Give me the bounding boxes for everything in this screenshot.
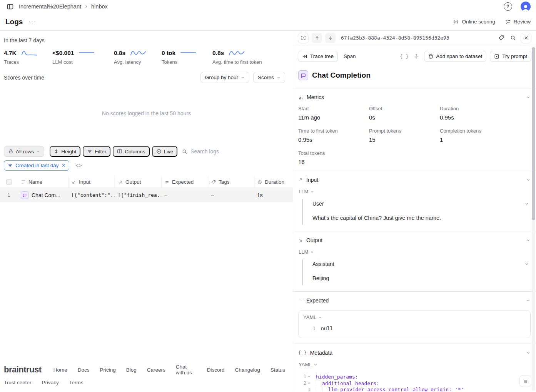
avatar[interactable] xyxy=(521,2,531,12)
arrow-down-right-icon xyxy=(298,238,303,243)
stat-ttft: 0.8s Avg. time to first token xyxy=(212,49,262,65)
sidebar-toggle-icon[interactable] xyxy=(5,2,15,12)
footer-link-trust-center[interactable]: Trust center xyxy=(4,380,32,385)
try-prompt-button[interactable]: Try prompt xyxy=(490,51,531,62)
scores-empty-state: No scores logged in the last 50 hours xyxy=(0,83,293,144)
metrics-section-header[interactable]: Metrics xyxy=(298,92,531,102)
live-button[interactable]: Live xyxy=(152,146,178,157)
chip-close-icon[interactable]: ✕ xyxy=(62,163,66,168)
equals-icon xyxy=(165,180,169,184)
code-menu-button[interactable] xyxy=(519,375,531,387)
columns-button[interactable]: Columns xyxy=(113,146,149,157)
code-line[interactable]: 3 llm_provider-access-control-allow-orig… xyxy=(298,387,531,392)
chevron-down-icon[interactable] xyxy=(526,350,531,355)
input-role-row[interactable]: User xyxy=(312,201,529,207)
chevron-down-icon xyxy=(241,76,245,80)
group-by-dropdown[interactable]: Group by hour xyxy=(200,72,249,83)
resize-handle-icon[interactable] xyxy=(412,52,421,61)
footer-link-docs[interactable]: Docs xyxy=(78,367,90,373)
row-tags-cell[interactable]: – xyxy=(208,192,254,198)
columns-icon xyxy=(117,149,122,154)
output-role-row[interactable]: Assistant xyxy=(312,261,529,267)
tag-icon[interactable] xyxy=(497,33,506,42)
footer-link-changelog[interactable]: Changelog xyxy=(235,367,260,373)
row-expected-cell[interactable]: – xyxy=(161,192,208,198)
metric-start: Start11m ago xyxy=(298,106,369,121)
next-trace-icon[interactable] xyxy=(325,33,336,43)
collapse-chevron-icon xyxy=(307,375,311,378)
panel-scrollbar[interactable] xyxy=(532,46,535,391)
more-icon[interactable]: ··· xyxy=(28,18,37,25)
trace-detail-body: Trace tree Span { } Add span to dataset … xyxy=(293,45,536,392)
arrow-down-left-icon xyxy=(72,180,76,184)
footer-link-privacy[interactable]: Privacy xyxy=(42,380,59,385)
input-section-header[interactable]: Input xyxy=(298,175,531,185)
arrow-up-right-icon xyxy=(118,180,123,184)
metadata-section-header[interactable]: { } Metadata xyxy=(298,348,531,358)
chevron-down-icon[interactable] xyxy=(526,298,531,303)
chat-bubble-icon xyxy=(21,191,28,199)
row-output-cell[interactable]: [{"finish_rea... xyxy=(115,192,161,198)
all-rows-dropdown[interactable]: All rows xyxy=(4,146,44,157)
row-name-cell[interactable]: Chat Com... xyxy=(18,191,68,199)
code-line[interactable]: 1 hidden_params: xyxy=(298,374,531,380)
select-all-checkbox[interactable] xyxy=(6,179,12,185)
filter-chip-created-last-day[interactable]: Created in last day ✕ xyxy=(4,160,69,171)
footer: braintrust Home Docs Pricing Blog Career… xyxy=(4,364,285,385)
row-number: 1 xyxy=(0,193,18,198)
footer-link-chat[interactable]: Chat with us xyxy=(176,364,197,375)
metadata-code-block: 1 hidden_params: 2 additional_headers: 3… xyxy=(298,374,531,392)
braces-icon[interactable]: { } xyxy=(400,53,409,59)
output-section-header[interactable]: Output xyxy=(298,235,531,245)
row-duration-cell[interactable]: 1s xyxy=(254,192,293,198)
chevron-down-icon[interactable] xyxy=(526,95,531,100)
trace-tree-button[interactable]: Trace tree xyxy=(298,51,338,62)
column-header-tags[interactable]: Tags xyxy=(208,176,254,188)
tab-span[interactable]: Span xyxy=(344,53,356,59)
row-input-cell[interactable]: [{"content":"... xyxy=(68,192,115,198)
code-view-icon[interactable]: <> xyxy=(75,163,82,168)
expand-icon[interactable] xyxy=(298,33,309,43)
search-input[interactable] xyxy=(190,148,283,154)
close-icon[interactable] xyxy=(521,33,531,43)
footer-link-home[interactable]: Home xyxy=(53,367,67,373)
code-line[interactable]: 2 additional_headers: xyxy=(298,380,531,387)
help-icon[interactable]: ? xyxy=(504,2,512,11)
metadata-format-dropdown[interactable]: YAML xyxy=(299,362,531,367)
column-header-duration[interactable]: Duration xyxy=(254,176,293,188)
input-format-dropdown[interactable]: LLM xyxy=(299,189,531,194)
add-span-to-dataset-button[interactable]: Add span to dataset xyxy=(424,51,486,62)
lock-icon xyxy=(8,149,13,154)
footer-link-pricing[interactable]: Pricing xyxy=(100,367,115,373)
online-scoring-button[interactable]: Online scoring xyxy=(453,19,495,25)
breadcrumb-project[interactable]: Incremental%20Elephant xyxy=(19,3,81,10)
page-title: Logs xyxy=(5,18,23,26)
expected-section-header[interactable]: Expected xyxy=(298,296,531,306)
output-format-dropdown[interactable]: LLM xyxy=(299,249,531,255)
footer-link-terms[interactable]: Terms xyxy=(69,380,83,385)
prev-trace-icon[interactable] xyxy=(312,33,322,43)
breadcrumb-page[interactable]: hinbox xyxy=(91,3,108,10)
footer-link-careers[interactable]: Careers xyxy=(147,367,165,373)
chevron-down-icon xyxy=(310,250,314,254)
chevron-down-icon[interactable] xyxy=(526,178,531,182)
search-icon[interactable] xyxy=(509,33,518,42)
column-header-output[interactable]: Output xyxy=(115,176,161,188)
table-row[interactable]: 1 Chat Com... [{"content":"... [{"finish… xyxy=(0,188,293,202)
expected-format-dropdown[interactable]: YAML xyxy=(303,314,526,320)
column-header-name[interactable]: Name xyxy=(18,176,68,188)
column-header-expected[interactable]: Expected xyxy=(161,176,208,188)
metrics-section: Metrics Start11m ago Offset0s Duration0.… xyxy=(293,88,536,171)
column-header-input[interactable]: Input xyxy=(68,176,115,188)
scores-dropdown[interactable]: Scores xyxy=(253,72,285,83)
footer-link-discord[interactable]: Discord xyxy=(207,367,225,373)
checklist-icon xyxy=(505,19,511,25)
panel-scrollbar-thumb[interactable] xyxy=(532,47,535,220)
chevron-down-icon[interactable] xyxy=(526,238,531,243)
filter-button[interactable]: Filter xyxy=(83,146,110,157)
search-logs-field[interactable] xyxy=(180,148,285,154)
footer-link-status[interactable]: Status xyxy=(271,367,285,373)
height-button[interactable]: Height xyxy=(50,146,80,157)
footer-link-blog[interactable]: Blog xyxy=(126,367,137,373)
review-button[interactable]: Review xyxy=(505,19,531,25)
